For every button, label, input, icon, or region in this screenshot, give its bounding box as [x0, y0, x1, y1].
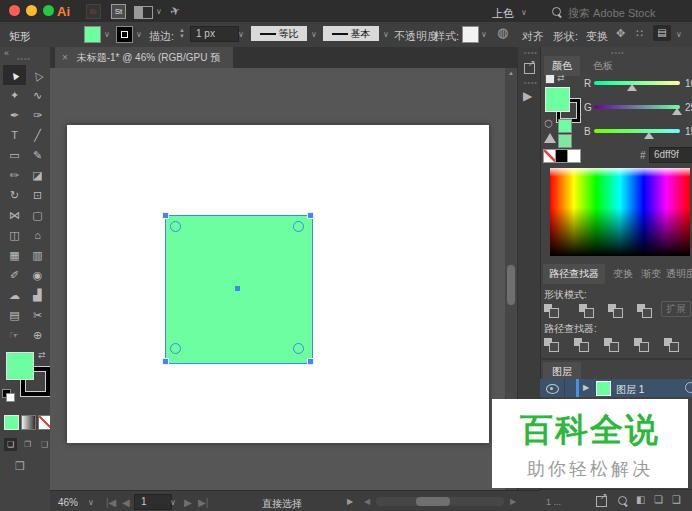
exclude-shape-mode-button[interactable]	[636, 302, 652, 317]
corner-radius-widget-bottom-right[interactable]	[293, 343, 304, 354]
tab-transform[interactable]: 变换	[613, 267, 633, 281]
curvature-tool[interactable]: ✑	[26, 105, 49, 125]
selection-handle-bottom-right[interactable]	[307, 358, 314, 365]
vertical-scroll-thumb[interactable]	[507, 265, 515, 305]
color-spectrum-bar[interactable]	[550, 168, 690, 256]
artboard-chevron-icon[interactable]: ∨	[170, 498, 176, 507]
expand-button[interactable]: 扩展	[661, 301, 691, 317]
toolbar-drag-handle[interactable]: ••••	[17, 55, 31, 62]
new-sublayer-icon[interactable]: ❏	[654, 494, 663, 505]
tab-pathfinder[interactable]: 路径查找器	[543, 264, 605, 284]
brush-definition-dropdown[interactable]: 基本	[323, 26, 379, 41]
magic-wand-tool[interactable]: ✦	[3, 85, 26, 105]
stroke-color-swatch[interactable]	[116, 26, 133, 43]
new-layer-icon[interactable]: ❑	[672, 494, 681, 505]
horizontal-scroll-thumb[interactable]	[416, 497, 450, 506]
export-panel-icon[interactable]	[524, 63, 535, 74]
layer-target-circle[interactable]	[685, 382, 692, 393]
make-clipping-mask-icon[interactable]: ◧	[636, 494, 645, 505]
status-tool-indicator[interactable]: 直接选择	[262, 497, 302, 511]
width-tool[interactable]: ⋈	[3, 205, 26, 225]
locate-object-icon[interactable]	[618, 496, 627, 505]
web-safe-swatch[interactable]	[558, 119, 572, 133]
gamut-warning-icon[interactable]	[544, 133, 556, 143]
hand-tool[interactable]: ☞	[3, 325, 26, 345]
selection-handle-top-right[interactable]	[307, 212, 314, 219]
gradient-mode-swatch[interactable]	[21, 415, 36, 430]
pen-tool[interactable]: ✒	[3, 105, 26, 125]
artboard-number-field[interactable]: 1	[134, 494, 172, 510]
style-swatch[interactable]	[462, 26, 479, 43]
layer-thumbnail[interactable]	[596, 381, 611, 396]
minus-front-shape-mode-button[interactable]	[578, 302, 594, 317]
next-artboard-icon[interactable]: ▶	[184, 497, 192, 508]
workspace-chevron-icon[interactable]: ∨	[156, 7, 162, 16]
channel-g-slider[interactable]	[594, 105, 680, 109]
panel-options-icon[interactable]: ▤	[653, 25, 671, 41]
hscroll-left-arrow-icon[interactable]: ◀	[364, 497, 370, 506]
zoom-tool[interactable]: ⊕	[26, 325, 49, 345]
tab-gradient[interactable]: 渐变	[641, 267, 661, 281]
scroll-up-arrow-icon[interactable]: ▲	[508, 70, 514, 76]
intersect-shape-mode-button[interactable]	[607, 302, 623, 317]
channel-r-slider-thumb[interactable]	[627, 84, 637, 91]
blend-tool[interactable]: ◉	[26, 265, 49, 285]
crop-pathfinder-button[interactable]	[633, 336, 649, 351]
isolate-selection-icon[interactable]: ✥	[616, 27, 625, 40]
workspace-layout-icon[interactable]	[134, 6, 153, 19]
column-graph-tool[interactable]: ▟	[26, 285, 49, 305]
fill-color-swatch[interactable]	[84, 26, 101, 43]
arrange-documents-icon[interactable]: ∷	[636, 27, 643, 40]
document-tab[interactable]: × 未标题-1* @ 46% (RGB/GPU 预览)	[55, 47, 233, 68]
free-transform-tool[interactable]: ▢	[26, 205, 49, 225]
width-profile-dropdown[interactable]: 等比	[251, 26, 307, 41]
white-swatch[interactable]	[567, 149, 581, 163]
in-gamut-swatch[interactable]	[558, 134, 572, 148]
hscroll-right-arrow-icon[interactable]: ▶	[510, 497, 516, 506]
width-profile-chevron-icon[interactable]: ∨	[311, 30, 317, 39]
out-of-web-cube-icon[interactable]: ⬡	[544, 118, 553, 129]
corner-radius-widget-top-left[interactable]	[170, 221, 181, 232]
zoom-level-dropdown[interactable]: 46%	[58, 497, 78, 508]
tab-transparency[interactable]: 透明度	[666, 267, 692, 281]
type-tool[interactable]: T	[3, 125, 26, 145]
adobe-stock-icon[interactable]: St	[111, 4, 126, 19]
hex-value-field[interactable]: 6dff9f	[649, 147, 692, 163]
unite-shape-mode-button[interactable]	[543, 302, 559, 317]
lasso-tool[interactable]: ∿	[26, 85, 49, 105]
layer-name[interactable]: 图层 1	[616, 383, 644, 397]
gradient-tool[interactable]: ▥	[26, 245, 49, 265]
pencil-tool[interactable]: ✏	[3, 165, 26, 185]
style-chevron-icon[interactable]: ∨	[481, 30, 487, 39]
line-segment-tool[interactable]: ╱	[26, 125, 49, 145]
transform-button[interactable]: 变换	[586, 29, 608, 44]
fill-chevron-icon[interactable]: ∨	[104, 30, 110, 39]
tab-swatches[interactable]: 色板	[593, 59, 613, 73]
object-center-point[interactable]	[235, 286, 240, 291]
document-setup-globe-icon[interactable]: ◍	[497, 25, 508, 40]
swap-fill-stroke-icon[interactable]: ⇄	[38, 350, 46, 360]
actions-panel-icon[interactable]: ▶	[523, 89, 532, 103]
layer-row[interactable]: ▶ 图层 1	[540, 379, 692, 397]
stroke-chevron-icon[interactable]: ∨	[136, 30, 142, 39]
channel-g-slider-thumb[interactable]	[672, 108, 682, 115]
trim-pathfinder-button[interactable]	[573, 336, 589, 351]
last-artboard-icon[interactable]: ▶|	[198, 497, 208, 508]
default-fill-mini-icon[interactable]	[6, 393, 15, 402]
brush-chevron-icon[interactable]: ∨	[383, 30, 389, 39]
close-window-button[interactable]	[9, 5, 20, 16]
channel-r-slider[interactable]	[594, 81, 680, 85]
slice-tool[interactable]: ✂	[26, 305, 49, 325]
first-artboard-icon[interactable]: |◀	[106, 497, 116, 508]
panel-options-chevron-icon[interactable]: ∨	[676, 30, 682, 39]
channel-b-value[interactable]: 159	[685, 126, 692, 137]
direct-selection-tool[interactable]: △	[26, 65, 49, 85]
zoom-window-button[interactable]	[43, 5, 54, 16]
corner-radius-widget-top-right[interactable]	[293, 221, 304, 232]
channel-g-value[interactable]: 255	[685, 102, 692, 113]
previous-artboard-icon[interactable]: ◀	[122, 497, 130, 508]
eyedropper-tool[interactable]: ✐	[3, 265, 26, 285]
fill-color-proxy[interactable]	[545, 87, 570, 112]
rotate-tool[interactable]: ↻	[3, 185, 26, 205]
bridge-app-icon[interactable]: Br	[86, 4, 101, 19]
